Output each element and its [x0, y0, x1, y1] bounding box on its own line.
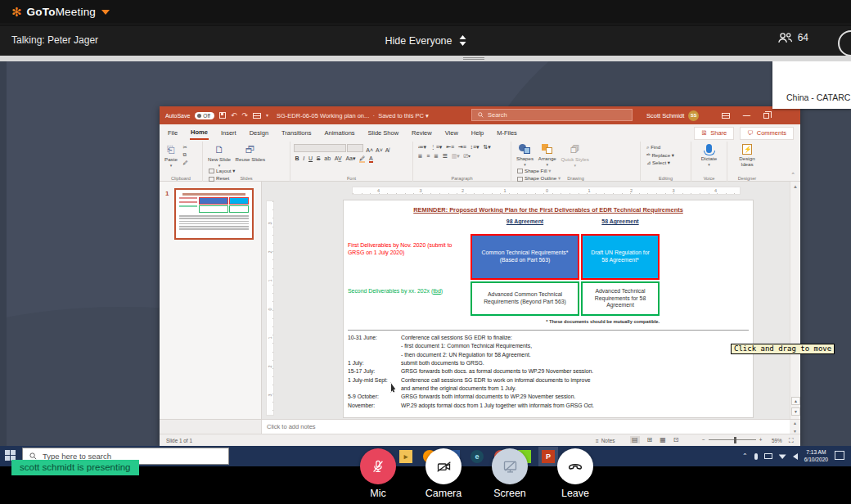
- restore-window-icon[interactable]: [763, 113, 769, 119]
- ppt-tab-m-files[interactable]: M-Files: [496, 127, 518, 139]
- volume-icon[interactable]: [793, 453, 798, 460]
- notes-pane[interactable]: Click to add notes ▲▼: [160, 419, 800, 434]
- action-center-icon[interactable]: [835, 451, 844, 460]
- hidden-icons-chevron-icon[interactable]: ⌃: [742, 453, 748, 460]
- taskbar-clock[interactable]: 7:13 AM6/10/2020: [804, 449, 828, 462]
- copy-icon[interactable]: ⧉: [183, 151, 188, 158]
- bold-button[interactable]: B: [295, 155, 299, 161]
- webcam-tile[interactable]: China - CATARC -: [772, 61, 851, 109]
- microphone-tray-icon[interactable]: [754, 453, 758, 460]
- notes-scrollbar[interactable]: ▲▼: [790, 420, 800, 434]
- bullets-icon[interactable]: ≔▾: [418, 144, 427, 151]
- ppt-tab-view[interactable]: View: [444, 127, 459, 139]
- increase-indent-icon[interactable]: ⇥≡: [458, 144, 466, 151]
- shapes-button[interactable]: Shapes▾: [516, 144, 534, 167]
- format-painter-icon[interactable]: 🖉: [183, 160, 188, 165]
- ribbon-display-options-icon[interactable]: [722, 113, 730, 119]
- notes-toggle-button[interactable]: ≡Notes: [596, 438, 615, 443]
- ppt-tab-help[interactable]: Help: [471, 127, 484, 139]
- mic-mute-button[interactable]: [360, 448, 396, 484]
- dictate-button[interactable]: Dictate▾: [701, 144, 717, 167]
- first-deliverables-label[interactable]: First Deliverables by Nov. 2020 (submit …: [348, 241, 469, 257]
- cell-common-technical-requirements[interactable]: Common Technical Requirements* (Based on…: [471, 234, 579, 280]
- shape-fill-button[interactable]: Shape Fill ▾: [517, 168, 561, 173]
- second-deliverables-label[interactable]: Second Deliverables by xx. 202x (tbd): [348, 287, 469, 295]
- numbering-icon[interactable]: ⋮≡▾: [430, 144, 443, 151]
- clear-format-icon[interactable]: A̸: [385, 147, 389, 153]
- vertical-scrollbar[interactable]: ▲ ▲ ▼: [790, 182, 800, 419]
- columns-icon[interactable]: ▥▾: [452, 153, 460, 160]
- quick-styles-button[interactable]: 🗇 Quick Styles▾: [561, 144, 589, 168]
- design-ideas-button[interactable]: Design Ideas: [732, 144, 762, 167]
- justify-icon[interactable]: ☰: [443, 153, 448, 160]
- underline-button[interactable]: U: [308, 155, 313, 161]
- zoom-slider[interactable]: [709, 439, 756, 440]
- ppt-tab-file[interactable]: File: [167, 127, 178, 139]
- character-spacing-icon[interactable]: AV̲: [335, 155, 342, 161]
- slideshow-icon[interactable]: [253, 113, 261, 119]
- replace-button[interactable]: ᵃᵇ Replace ▾: [646, 152, 687, 158]
- undo-icon[interactable]: ↶: [231, 112, 237, 119]
- change-case-icon[interactable]: Aa▾: [345, 155, 355, 162]
- slide-editing-area[interactable]: 432101234 3210123 REMINDER: Proposed Wor…: [262, 182, 790, 419]
- fit-to-window-icon[interactable]: ⛶: [789, 437, 794, 445]
- ppt-tab-review[interactable]: Review: [411, 127, 433, 139]
- account-area[interactable]: Scott Schmidt SS: [646, 106, 699, 124]
- brand-menu-caret-icon[interactable]: [101, 10, 110, 15]
- panel-divider[interactable]: [0, 56, 851, 61]
- ppt-tab-animations[interactable]: Animations: [323, 127, 355, 139]
- zoom-out-button[interactable]: −: [702, 437, 705, 443]
- collapse-ribbon-icon[interactable]: ⌃: [790, 172, 795, 178]
- shrink-font-icon[interactable]: A˅: [376, 147, 383, 153]
- hide-everyone-button[interactable]: Hide Everyone: [385, 25, 466, 56]
- wifi-icon[interactable]: [779, 453, 786, 459]
- slideshow-view-button[interactable]: ⊡: [673, 436, 679, 443]
- align-right-icon[interactable]: ≣: [434, 153, 439, 160]
- scroll-up-icon[interactable]: ▲: [793, 184, 798, 189]
- new-slide-button[interactable]: 🗋 New Slide▾: [208, 144, 231, 168]
- leave-meeting-button[interactable]: [557, 448, 593, 484]
- find-button[interactable]: ⌕ Find: [646, 144, 687, 151]
- strikethrough-button[interactable]: S: [317, 155, 321, 161]
- attendees-button[interactable]: 64: [777, 32, 808, 44]
- zoom-in-button[interactable]: +: [759, 437, 763, 443]
- slide-thumbnail-panel[interactable]: 1: [160, 182, 262, 419]
- font-color-icon[interactable]: A: [369, 155, 373, 163]
- autosave-toggle[interactable]: Off: [195, 112, 214, 119]
- arrange-button[interactable]: Arrange▾: [538, 144, 556, 167]
- normal-view-button[interactable]: ▤: [630, 436, 640, 443]
- edge-browser-taskbar-icon[interactable]: e: [471, 450, 484, 463]
- divider-drag-handle-icon[interactable]: [463, 57, 484, 60]
- align-left-icon[interactable]: ≣: [418, 153, 423, 160]
- reuse-slides-button[interactable]: 🗗 Reuse Slides: [236, 144, 265, 162]
- camera-toggle-button[interactable]: [426, 448, 462, 484]
- smartart-icon[interactable]: ⎚▾: [464, 153, 471, 160]
- slide-canvas[interactable]: REMINDER: Proposed Working Plan for the …: [344, 200, 753, 417]
- slide-sorter-view-button[interactable]: ⊞: [647, 436, 653, 443]
- ppt-tab-insert[interactable]: Insert: [220, 127, 237, 139]
- decrease-indent-icon[interactable]: ⇤≡: [446, 144, 454, 151]
- redo-icon[interactable]: ↷: [241, 112, 248, 119]
- ppt-tab-home[interactable]: Home: [190, 126, 209, 140]
- grow-font-icon[interactable]: A˄: [366, 147, 373, 153]
- save-icon[interactable]: [219, 112, 226, 119]
- display-tray-icon[interactable]: [764, 453, 772, 459]
- quick-access-caret-icon[interactable]: ▾: [266, 113, 268, 118]
- ppt-share-button[interactable]: 🖻Share: [694, 127, 735, 140]
- tbd-link[interactable]: tbd: [433, 288, 441, 294]
- screen-share-button[interactable]: [492, 448, 528, 484]
- minimize-icon[interactable]: —: [743, 111, 750, 119]
- layout-button[interactable]: Layout ▾: [209, 168, 236, 173]
- select-button[interactable]: ⊿ Select ▾: [646, 160, 687, 165]
- notes-placeholder[interactable]: Click to add notes: [267, 423, 316, 430]
- slide-thumbnail[interactable]: [174, 188, 254, 240]
- cell-draft-un-regulation[interactable]: Draft UN Regulation for 58 Agreement*: [581, 234, 660, 280]
- ppt-comments-button[interactable]: 🗩Comments: [740, 127, 794, 140]
- font-size-select[interactable]: [347, 144, 363, 152]
- cell-advanced-common-technical[interactable]: Advanced Common Technical Requirements (…: [471, 281, 579, 316]
- zoom-slider-thumb-icon[interactable]: [734, 437, 736, 443]
- highlight-color-icon[interactable]: 🖉: [359, 155, 365, 163]
- ppt-title-bar[interactable]: AutoSave Off ↶ ↷ ▾ SG-EDR-06-05 Working …: [160, 106, 800, 124]
- next-slide-button[interactable]: ▼: [791, 407, 800, 416]
- zoom-percentage[interactable]: 59%: [772, 438, 782, 443]
